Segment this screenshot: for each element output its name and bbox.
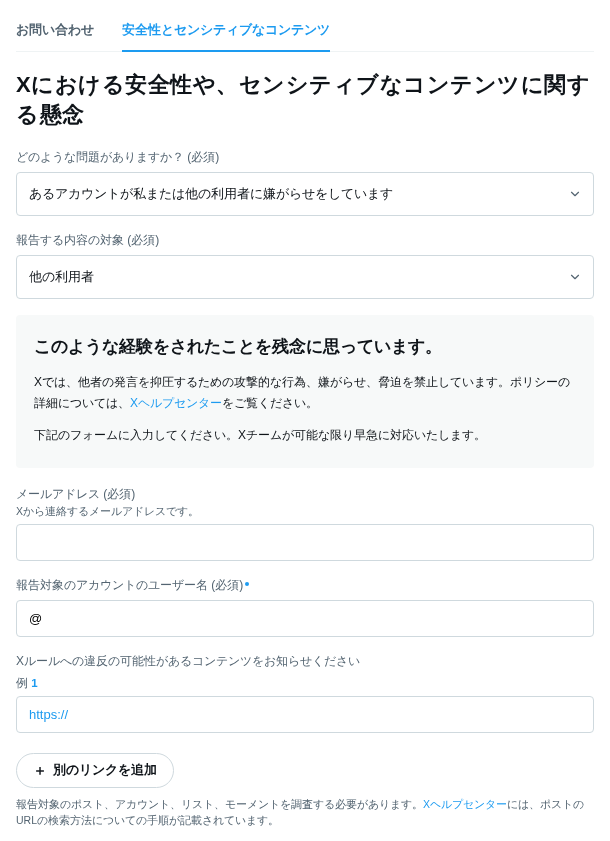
- issue-type-select[interactable]: あるアカウントが私または他の利用者に嫌がらせをしています: [16, 172, 594, 216]
- example-label: 例 1: [16, 676, 594, 691]
- info-paragraph-2: 下記のフォームに入力してください。Xチームが可能な限り早急に対応いたします。: [34, 425, 576, 445]
- helper-text: 報告対象のポスト、アカウント、リスト、モーメントを調査する必要があります。Xヘル…: [16, 796, 594, 830]
- tab-safety[interactable]: 安全性とセンシティブなコンテンツ: [122, 12, 330, 51]
- page-title: Xにおける安全性や、センシティブなコンテンツに関する懸念: [16, 70, 594, 129]
- required-indicator-icon: [245, 582, 249, 586]
- add-link-label: 別のリンクを追加: [53, 762, 157, 779]
- field-email: メールアドレス (必須) Xから連絡するメールアドレスです。: [16, 486, 594, 561]
- field-label: どのような問題がありますか？ (必須): [16, 149, 594, 166]
- field-report-target: 報告する内容の対象 (必須) 他の利用者: [16, 232, 594, 299]
- violation-url-input[interactable]: [16, 696, 594, 733]
- info-box: このような経験をされたことを残念に思っています。 Xでは、他者の発言を抑圧するた…: [16, 315, 594, 467]
- field-issue-type: どのような問題がありますか？ (必須) あるアカウントが私または他の利用者に嫌が…: [16, 149, 594, 216]
- field-label: Xルールへの違反の可能性があるコンテンツをお知らせください: [16, 653, 594, 670]
- plus-icon: ＋: [33, 763, 47, 777]
- tabs: お問い合わせ 安全性とセンシティブなコンテンツ: [16, 0, 594, 52]
- info-heading: このような経験をされたことを残念に思っています。: [34, 335, 576, 358]
- field-label: 報告対象のアカウントのユーザー名 (必須): [16, 577, 594, 594]
- field-reported-username: 報告対象のアカウントのユーザー名 (必須): [16, 577, 594, 637]
- add-link-button[interactable]: ＋ 別のリンクを追加: [16, 753, 174, 788]
- reported-username-input[interactable]: [16, 600, 594, 637]
- select-value: 他の利用者: [29, 268, 94, 286]
- help-center-link-2[interactable]: Xヘルプセンター: [423, 798, 507, 810]
- field-violation-content: Xルールへの違反の可能性があるコンテンツをお知らせください 例 1: [16, 653, 594, 733]
- report-target-select[interactable]: 他の利用者: [16, 255, 594, 299]
- tab-contact[interactable]: お問い合わせ: [16, 12, 94, 51]
- help-center-link[interactable]: Xヘルプセンター: [130, 396, 222, 410]
- field-sublabel: Xから連絡するメールアドレスです。: [16, 505, 594, 519]
- select-value: あるアカウントが私または他の利用者に嫌がらせをしています: [29, 185, 393, 203]
- field-label: 報告する内容の対象 (必須): [16, 232, 594, 249]
- field-label: メールアドレス (必須): [16, 486, 594, 503]
- info-paragraph-1: Xでは、他者の発言を抑圧するための攻撃的な行為、嫌がらせ、脅迫を禁止しています。…: [34, 372, 576, 413]
- email-input[interactable]: [16, 524, 594, 561]
